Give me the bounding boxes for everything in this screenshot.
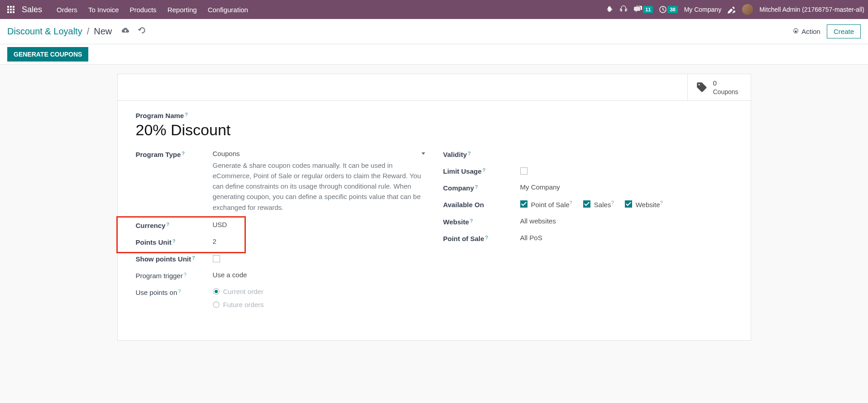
- program-type-label: Program Type?: [136, 151, 185, 158]
- pos-field-label: Point of Sale?: [443, 235, 489, 242]
- program-type-help: Generate & share coupon codes manually. …: [213, 160, 425, 213]
- validity-label: Validity?: [443, 151, 471, 158]
- app-brand[interactable]: Sales: [22, 5, 42, 14]
- messages-icon[interactable]: 11: [634, 6, 653, 13]
- main-navbar: Sales Orders To Invoice Products Reporti…: [0, 0, 868, 19]
- nav-orders[interactable]: Orders: [57, 6, 77, 14]
- website-cb-label: Website?: [636, 200, 663, 209]
- help-icon[interactable]: ?: [173, 238, 176, 244]
- points-unit-field[interactable]: 2: [213, 237, 425, 245]
- help-icon[interactable]: ?: [611, 200, 614, 205]
- messages-badge: 11: [643, 6, 653, 13]
- help-icon[interactable]: ?: [184, 272, 187, 277]
- help-icon[interactable]: ?: [468, 151, 471, 156]
- coupons-count: 0: [713, 79, 739, 88]
- activities-icon[interactable]: 38: [659, 6, 677, 13]
- sales-cb-label: Sales?: [594, 200, 614, 209]
- program-trigger-label: Program trigger?: [136, 272, 187, 280]
- breadcrumb-parent[interactable]: Discount & Loyalty: [7, 26, 82, 37]
- sales-checkbox[interactable]: [583, 200, 590, 208]
- discard-icon[interactable]: [138, 26, 146, 37]
- cloud-save-icon[interactable]: [121, 26, 130, 37]
- help-icon[interactable]: ?: [475, 184, 478, 190]
- nav-products[interactable]: Products: [129, 6, 156, 14]
- company-switcher[interactable]: My Company: [684, 6, 721, 13]
- help-icon[interactable]: ?: [485, 235, 488, 240]
- program-name-label: Program Name?: [136, 112, 188, 119]
- program-name-input[interactable]: 20% Discount: [136, 121, 733, 139]
- coupons-label: Coupons: [713, 88, 739, 96]
- help-icon[interactable]: ?: [185, 112, 188, 117]
- available-on-label: Available On: [443, 201, 484, 209]
- chevron-down-icon: [422, 152, 425, 155]
- left-column: Program Type? Coupons Generate & share c…: [136, 150, 425, 322]
- company-field[interactable]: My Company: [520, 183, 733, 191]
- help-icon[interactable]: ?: [570, 200, 572, 205]
- help-icon[interactable]: ?: [483, 167, 486, 173]
- help-icon[interactable]: ?: [470, 218, 473, 223]
- currency-label: Currency?: [136, 222, 170, 229]
- activities-badge: 38: [667, 6, 677, 13]
- nav-configuration[interactable]: Configuration: [208, 6, 248, 14]
- breadcrumb-bar: Discount & Loyalty / New Action Create: [0, 19, 868, 44]
- nav-to-invoice[interactable]: To Invoice: [88, 6, 119, 14]
- help-icon[interactable]: ?: [182, 151, 185, 156]
- action-menu[interactable]: Action: [792, 28, 820, 35]
- create-button[interactable]: Create: [827, 24, 861, 38]
- tag-icon: [696, 81, 708, 93]
- points-unit-label: Points Unit?: [136, 238, 176, 246]
- use-points-future-radio[interactable]: Future orders: [213, 301, 425, 308]
- company-label: Company?: [443, 184, 478, 192]
- use-points-label: Use points on?: [136, 289, 181, 296]
- program-type-select[interactable]: Coupons: [213, 150, 425, 157]
- coupons-stat-button[interactable]: 0 Coupons: [687, 74, 751, 100]
- form-sheet: 0 Coupons Program Name? 20% Discount Pro…: [117, 74, 751, 341]
- limit-usage-label: Limit Usage?: [443, 167, 486, 175]
- limit-usage-checkbox[interactable]: [520, 167, 528, 175]
- svg-rect-0: [621, 9, 622, 12]
- right-column: Validity? Limit Usage?: [443, 150, 733, 322]
- generate-coupons-button[interactable]: GENERATE COUPONS: [7, 47, 88, 62]
- help-icon[interactable]: ?: [166, 222, 169, 227]
- pos-checkbox[interactable]: [520, 200, 528, 208]
- show-points-checkbox[interactable]: [213, 255, 220, 262]
- tools-icon[interactable]: [728, 5, 736, 14]
- show-points-label: Show points Unit?: [136, 255, 195, 263]
- pos-field[interactable]: All PoS: [520, 234, 733, 242]
- support-icon[interactable]: [619, 5, 628, 14]
- svg-rect-1: [625, 9, 626, 12]
- nav-reporting[interactable]: Reporting: [168, 6, 197, 14]
- breadcrumb-current: New: [94, 26, 112, 37]
- help-icon[interactable]: ?: [192, 255, 195, 261]
- help-icon[interactable]: ?: [660, 200, 663, 205]
- breadcrumb-separator: /: [87, 26, 90, 37]
- nav-menu: Orders To Invoice Products Reporting Con…: [57, 6, 248, 14]
- website-field[interactable]: All websites: [520, 217, 733, 225]
- user-avatar[interactable]: [742, 4, 753, 15]
- apps-menu-icon[interactable]: [4, 2, 18, 17]
- use-points-current-radio[interactable]: Current order: [213, 288, 425, 295]
- user-label[interactable]: Mitchell Admin (21768757-master-all): [759, 6, 864, 13]
- radio-icon: [213, 288, 220, 295]
- pos-cb-label: Point of Sale?: [531, 200, 572, 209]
- help-icon[interactable]: ?: [178, 289, 181, 294]
- radio-icon: [213, 301, 220, 308]
- status-bar: GENERATE COUPONS: [0, 44, 868, 65]
- website-field-label: Website?: [443, 218, 473, 226]
- currency-field[interactable]: USD: [213, 221, 425, 228]
- program-trigger-value: Use a code: [213, 271, 425, 279]
- debug-icon[interactable]: [606, 6, 613, 13]
- website-checkbox[interactable]: [625, 200, 632, 208]
- svg-point-3: [795, 30, 797, 32]
- button-box: 0 Coupons: [118, 74, 751, 101]
